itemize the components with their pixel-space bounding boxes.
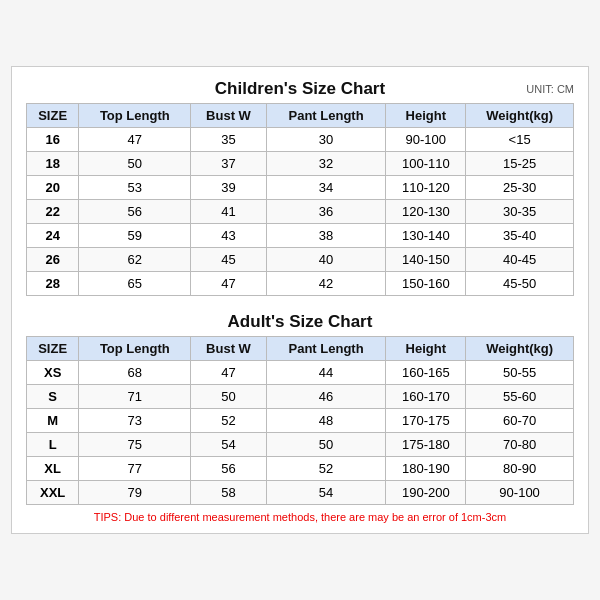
adult-table: SIZE Top Length Bust W Pant Length Heigh… — [26, 336, 574, 505]
children-title: Children's Size Chart — [215, 79, 385, 99]
children-cell: 45-50 — [466, 272, 574, 296]
adult-cell: S — [27, 385, 79, 409]
children-cell: 30 — [266, 128, 386, 152]
children-table-row: 18503732100-11015-25 — [27, 152, 574, 176]
children-cell: 140-150 — [386, 248, 466, 272]
adult-cell: XS — [27, 361, 79, 385]
adult-cell: 50 — [266, 433, 386, 457]
chart-container: Children's Size Chart UNIT: CM SIZE Top … — [11, 66, 589, 534]
adult-cell: 71 — [79, 385, 191, 409]
adult-cell: 160-170 — [386, 385, 466, 409]
children-cell: 38 — [266, 224, 386, 248]
adult-cell: 58 — [191, 481, 266, 505]
children-cell: 50 — [79, 152, 191, 176]
children-cell: 53 — [79, 176, 191, 200]
adult-cell: 175-180 — [386, 433, 466, 457]
adult-col-bust: Bust W — [191, 337, 266, 361]
children-table-row: 26624540140-15040-45 — [27, 248, 574, 272]
adult-table-row: XL775652180-19080-90 — [27, 457, 574, 481]
adult-cell: 54 — [191, 433, 266, 457]
adult-cell: 54 — [266, 481, 386, 505]
children-cell: 42 — [266, 272, 386, 296]
children-table-row: 22564136120-13030-35 — [27, 200, 574, 224]
children-cell: 40-45 — [466, 248, 574, 272]
children-title-row: Children's Size Chart UNIT: CM — [26, 79, 574, 99]
tips-text: TIPS: Due to different measurement metho… — [26, 511, 574, 523]
adult-cell: 52 — [266, 457, 386, 481]
adult-cell: 48 — [266, 409, 386, 433]
adult-cell: 70-80 — [466, 433, 574, 457]
children-cell: 110-120 — [386, 176, 466, 200]
children-cell: 41 — [191, 200, 266, 224]
adult-table-row: XXL795854190-20090-100 — [27, 481, 574, 505]
children-cell: 65 — [79, 272, 191, 296]
adult-title: Adult's Size Chart — [228, 312, 373, 332]
children-cell: 56 — [79, 200, 191, 224]
children-cell: 100-110 — [386, 152, 466, 176]
children-cell: 32 — [266, 152, 386, 176]
children-cell: 26 — [27, 248, 79, 272]
adult-table-row: S715046160-17055-60 — [27, 385, 574, 409]
adult-col-height: Height — [386, 337, 466, 361]
adult-cell: 68 — [79, 361, 191, 385]
adult-cell: 55-60 — [466, 385, 574, 409]
adult-cell: XL — [27, 457, 79, 481]
children-table-row: 20533934110-12025-30 — [27, 176, 574, 200]
adult-cell: 80-90 — [466, 457, 574, 481]
children-cell: 150-160 — [386, 272, 466, 296]
adult-cell: 50 — [191, 385, 266, 409]
children-header-row: SIZE Top Length Bust W Pant Length Heigh… — [27, 104, 574, 128]
children-table-row: 1647353090-100<15 — [27, 128, 574, 152]
adult-cell: 52 — [191, 409, 266, 433]
children-cell: 47 — [79, 128, 191, 152]
adult-col-size: SIZE — [27, 337, 79, 361]
children-cell: 62 — [79, 248, 191, 272]
adult-cell: 180-190 — [386, 457, 466, 481]
children-table-row: 24594338130-14035-40 — [27, 224, 574, 248]
unit-label: UNIT: CM — [526, 83, 574, 95]
children-col-top-length: Top Length — [79, 104, 191, 128]
children-cell: 36 — [266, 200, 386, 224]
adult-cell: L — [27, 433, 79, 457]
children-cell: 130-140 — [386, 224, 466, 248]
children-col-height: Height — [386, 104, 466, 128]
children-cell: 28 — [27, 272, 79, 296]
adult-cell: 47 — [191, 361, 266, 385]
adult-cell: 190-200 — [386, 481, 466, 505]
adult-cell: 75 — [79, 433, 191, 457]
adult-cell: 160-165 — [386, 361, 466, 385]
children-cell: 15-25 — [466, 152, 574, 176]
adult-cell: 50-55 — [466, 361, 574, 385]
adult-col-weight: Weight(kg) — [466, 337, 574, 361]
children-table: SIZE Top Length Bust W Pant Length Heigh… — [26, 103, 574, 296]
adult-cell: 79 — [79, 481, 191, 505]
children-cell: 22 — [27, 200, 79, 224]
children-cell: 18 — [27, 152, 79, 176]
adult-col-top-length: Top Length — [79, 337, 191, 361]
children-cell: <15 — [466, 128, 574, 152]
children-cell: 90-100 — [386, 128, 466, 152]
adult-cell: 46 — [266, 385, 386, 409]
children-cell: 35-40 — [466, 224, 574, 248]
children-cell: 39 — [191, 176, 266, 200]
children-cell: 47 — [191, 272, 266, 296]
adult-cell: 90-100 — [466, 481, 574, 505]
children-cell: 43 — [191, 224, 266, 248]
children-table-row: 28654742150-16045-50 — [27, 272, 574, 296]
adult-cell: M — [27, 409, 79, 433]
children-cell: 20 — [27, 176, 79, 200]
adult-table-row: XS684744160-16550-55 — [27, 361, 574, 385]
children-cell: 37 — [191, 152, 266, 176]
adult-cell: 170-175 — [386, 409, 466, 433]
adult-table-row: L755450175-18070-80 — [27, 433, 574, 457]
children-cell: 45 — [191, 248, 266, 272]
children-col-size: SIZE — [27, 104, 79, 128]
adult-cell: 60-70 — [466, 409, 574, 433]
adult-cell: 56 — [191, 457, 266, 481]
adult-col-pant: Pant Length — [266, 337, 386, 361]
adult-table-row: M735248170-17560-70 — [27, 409, 574, 433]
children-col-bust: Bust W — [191, 104, 266, 128]
adult-cell: 44 — [266, 361, 386, 385]
children-cell: 40 — [266, 248, 386, 272]
children-cell: 59 — [79, 224, 191, 248]
